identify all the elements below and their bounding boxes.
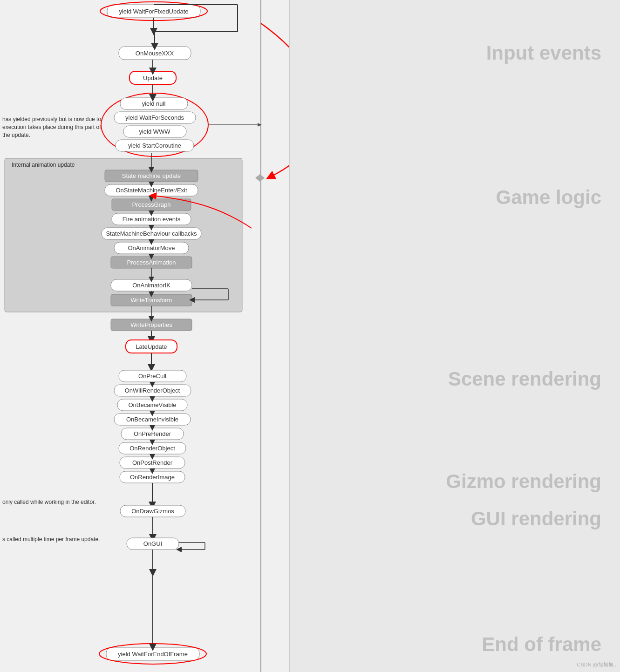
svg-marker-103 — [260, 174, 265, 182]
svg-rect-62 — [121, 428, 184, 440]
svg-rect-36 — [114, 242, 189, 254]
svg-point-2 — [100, 2, 207, 20]
svg-text:OnRenderObject: OnRenderObject — [129, 445, 175, 452]
svg-point-14 — [101, 93, 208, 156]
svg-rect-40 — [111, 279, 192, 291]
svg-rect-58 — [117, 399, 187, 411]
svg-text:OnWillRenderObject: OnWillRenderObject — [125, 387, 180, 394]
svg-text:yield WaitForSeconds: yield WaitForSeconds — [125, 114, 184, 121]
svg-text:OnMouseXXX: OnMouseXXX — [136, 50, 174, 57]
svg-rect-26 — [105, 170, 198, 182]
svg-text:WriteTransform: WriteTransform — [131, 297, 172, 304]
svg-point-82 — [99, 644, 206, 664]
svg-rect-68 — [120, 471, 185, 483]
svg-rect-51 — [126, 340, 177, 353]
svg-rect-21 — [116, 140, 194, 151]
coroutine-note: has yielded previously but is now due to… — [2, 115, 109, 139]
svg-text:OnStateMachineEnter/Exit: OnStateMachineEnter/Exit — [116, 187, 187, 194]
svg-rect-30 — [112, 199, 191, 210]
svg-text:yield StartCoroutine: yield StartCoroutine — [128, 142, 181, 149]
svg-rect-8 — [119, 47, 191, 60]
svg-rect-47 — [111, 319, 192, 331]
svg-rect-42 — [111, 294, 192, 306]
svg-rect-38 — [111, 257, 192, 268]
svg-text:Fire animation events: Fire animation events — [123, 216, 181, 223]
svg-rect-56 — [114, 385, 191, 396]
svg-text:WriteProperties: WriteProperties — [130, 321, 172, 328]
main-container: yield WaitForFixedUpdate OnMouseXXX Upda… — [0, 0, 620, 672]
gui-rendering-label: GUI rendering — [471, 508, 601, 530]
svg-text:Internal animation update: Internal animation update — [12, 162, 75, 168]
svg-text:yield WWW: yield WWW — [139, 128, 170, 135]
svg-rect-19 — [123, 126, 186, 137]
svg-rect-24 — [5, 158, 242, 312]
svg-text:yield null: yield null — [142, 100, 166, 107]
svg-rect-71 — [120, 505, 185, 517]
input-events-label: Input events — [486, 42, 601, 64]
svg-text:Update: Update — [143, 75, 163, 81]
game-logic-label: Game logic — [496, 186, 601, 209]
svg-rect-54 — [119, 370, 186, 382]
svg-text:OnAnimatorIK: OnAnimatorIK — [132, 282, 170, 289]
svg-marker-104 — [255, 174, 260, 182]
scene-rendering-label: Scene rendering — [448, 368, 601, 390]
right-panel: Input events Game logic Scene rendering … — [289, 0, 620, 672]
left-panel: yield WaitForFixedUpdate OnMouseXXX Upda… — [0, 0, 289, 672]
svg-rect-34 — [102, 228, 201, 239]
svg-text:yield WaitForEndOfFrame: yield WaitForEndOfFrame — [118, 651, 188, 658]
watermark: CSDN @旭旭旭.. — [577, 661, 616, 668]
svg-text:OnBecameInvisible: OnBecameInvisible — [126, 416, 178, 423]
gizmo-rendering-label: Gizmo rendering — [446, 470, 601, 493]
svg-rect-17 — [114, 112, 196, 123]
svg-marker-102 — [258, 123, 262, 127]
svg-rect-60 — [114, 414, 191, 425]
svg-rect-64 — [119, 442, 186, 454]
svg-text:OnRenderImage: OnRenderImage — [130, 474, 175, 481]
svg-text:ProcessGraph: ProcessGraph — [132, 201, 170, 208]
svg-text:OnBecameVisible: OnBecameVisible — [128, 401, 176, 408]
svg-text:OnPreCull: OnPreCull — [138, 373, 166, 380]
svg-rect-32 — [112, 213, 191, 225]
svg-rect-66 — [120, 457, 185, 468]
svg-rect-11 — [129, 71, 176, 84]
svg-rect-15 — [120, 98, 188, 109]
flow-svg: yield WaitForFixedUpdate OnMouseXXX Upda… — [0, 0, 289, 672]
svg-text:OnDrawGizmos: OnDrawGizmos — [131, 508, 174, 515]
svg-rect-80 — [106, 647, 199, 660]
svg-text:State machine update: State machine update — [122, 172, 181, 179]
svg-text:OnPreRender: OnPreRender — [134, 430, 171, 437]
editor-note: only called while working in the editor. — [2, 498, 96, 506]
svg-rect-0 — [107, 5, 200, 18]
gui-note: s called multiple time per frame update. — [2, 536, 100, 543]
svg-text:ProcessAnimation: ProcessAnimation — [127, 259, 176, 266]
svg-text:OnGUI: OnGUI — [143, 540, 162, 547]
svg-text:OnPostRender: OnPostRender — [132, 459, 173, 466]
svg-rect-74 — [127, 538, 179, 550]
svg-text:OnAnimatorMove: OnAnimatorMove — [128, 244, 175, 251]
svg-text:StateMachineBehaviour callback: StateMachineBehaviour callbacks — [106, 230, 197, 237]
svg-text:LateUpdate: LateUpdate — [136, 343, 167, 350]
svg-rect-28 — [105, 184, 198, 196]
svg-text:yield WaitForFixedUpdate: yield WaitForFixedUpdate — [119, 8, 188, 15]
end-of-frame-label: End of frame — [482, 633, 601, 656]
